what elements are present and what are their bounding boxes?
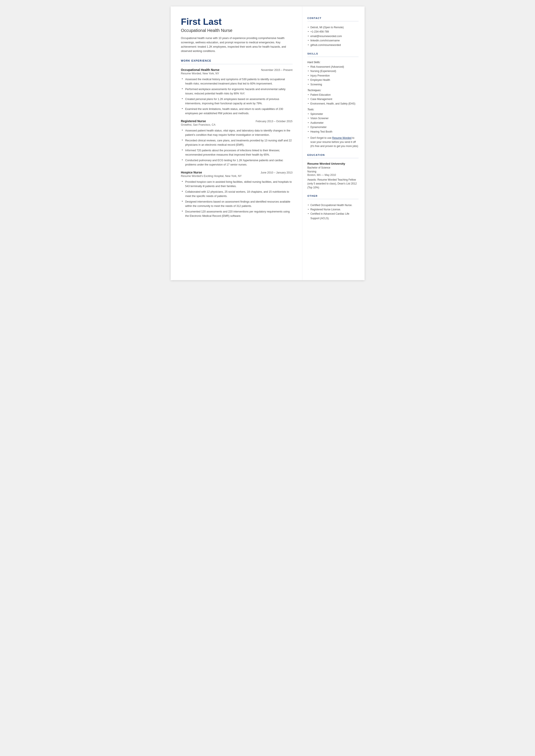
work-divider bbox=[181, 64, 293, 64]
edu-field: Nursing bbox=[307, 170, 358, 174]
list-item: Nursing (Experienced) bbox=[307, 69, 358, 73]
job-1-company: Resume Worded, New York, NY bbox=[181, 72, 293, 75]
list-item: Provided hospice care in assisted living… bbox=[181, 180, 293, 188]
list-item: email@resumeworded.com bbox=[307, 34, 358, 38]
list-item: +1-234-456-789 bbox=[307, 30, 358, 34]
techniques-list: Patient Education Case Management Enviro… bbox=[307, 93, 358, 106]
edu-school: Resume Worded University bbox=[307, 162, 358, 165]
list-item: Patient Education bbox=[307, 93, 358, 97]
list-item: Informed 720 patients about the processe… bbox=[181, 148, 293, 157]
skills-title: SKILLS bbox=[307, 52, 358, 55]
job-3-dates: June 2010 – January 2013 bbox=[261, 171, 293, 174]
tools-list: Spirometer Vision Screener Audiometer Dy… bbox=[307, 112, 358, 134]
list-item: Collaborated with 12 physicians, 25 soci… bbox=[181, 190, 293, 198]
job-1-bullets: Assessed the medical history and symptom… bbox=[181, 77, 293, 116]
other-section: OTHER Certified Occupational Health Nurs… bbox=[307, 195, 358, 221]
other-list: Certified Occupational Health Nurse. Reg… bbox=[307, 203, 358, 221]
work-experience-section: WORK EXPERIENCE Occupational Health Nurs… bbox=[181, 59, 293, 218]
list-item: Recorded clinical reviews, care plans, a… bbox=[181, 138, 293, 147]
job-3-bullets: Provided hospice care in assisted living… bbox=[181, 180, 293, 218]
edu-awards: Awards: Resume Worded Teaching Fellow (o… bbox=[307, 178, 358, 189]
hard-skills-label: Hard Skills: bbox=[307, 61, 358, 64]
job-1-title: Occupational Health Nurse bbox=[181, 68, 219, 71]
contact-list: Detroit, MI (Open to Remote) +1-234-456-… bbox=[307, 25, 358, 47]
list-item: github.com/resumeworded bbox=[307, 43, 358, 47]
job-2-header: Registered Nurse February 2013 – October… bbox=[181, 119, 293, 123]
contact-title: CONTACT bbox=[307, 17, 358, 19]
other-title: OTHER bbox=[307, 195, 358, 197]
job-2-company: Growthsi, San Francisco, CA bbox=[181, 123, 293, 126]
job-2-bullets: Assessed patient health status, vital si… bbox=[181, 128, 293, 167]
skills-note-prefix: Don't forget to use bbox=[310, 136, 332, 139]
list-item: Conducted pulmonary and ECG testing for … bbox=[181, 158, 293, 167]
job-1-header: Occupational Health Nurse November 2015 … bbox=[181, 68, 293, 71]
tools-label: Tools: bbox=[307, 108, 358, 111]
list-item: Registered Nurse License. bbox=[307, 207, 358, 211]
list-item: Risk Assessment (Advanced) bbox=[307, 65, 358, 69]
job-2-title: Registered Nurse bbox=[181, 119, 206, 123]
list-item: Detroit, MI (Open to Remote) bbox=[307, 25, 358, 30]
list-item: Certified in Advanced Cardiac Life Suppo… bbox=[307, 211, 358, 220]
job-3-company: Resume Worded's Exciting Hospital, New Y… bbox=[181, 175, 293, 178]
left-column: First Last Occupational Health Nurse Occ… bbox=[171, 7, 302, 280]
hard-skills-list: Risk Assessment (Advanced) Nursing (Expe… bbox=[307, 65, 358, 87]
job-3: Hospice Nurse June 2010 – January 2013 R… bbox=[181, 171, 293, 218]
contact-section: CONTACT Detroit, MI (Open to Remote) +1-… bbox=[307, 17, 358, 47]
contact-divider bbox=[307, 21, 358, 21]
skills-section: SKILLS Hard Skills: Risk Assessment (Adv… bbox=[307, 52, 358, 149]
list-item: Examined the work limitations, health st… bbox=[181, 107, 293, 116]
job-title: Occupational Health Nurse bbox=[181, 28, 293, 33]
list-item: Documented 120 assessments and 220 inter… bbox=[181, 210, 293, 218]
list-item: Vision Screener bbox=[307, 116, 358, 121]
job-3-title: Hospice Nurse bbox=[181, 171, 202, 174]
list-item: Assessed patient health status, vital si… bbox=[181, 128, 293, 137]
skills-divider bbox=[307, 57, 358, 57]
job-2-dates: February 2013 – October 2015 bbox=[256, 120, 293, 123]
job-2: Registered Nurse February 2013 – October… bbox=[181, 119, 293, 167]
list-item: Designed interventions based on assessme… bbox=[181, 200, 293, 208]
edu-location-date: Boston, MA — May 2010 bbox=[307, 174, 358, 177]
edu-degree: Bachelor of Science bbox=[307, 166, 358, 170]
resume-worded-link[interactable]: Resume Worded bbox=[332, 136, 352, 139]
list-item: Certified Occupational Health Nurse. bbox=[307, 203, 358, 207]
list-item: Spirometer bbox=[307, 112, 358, 116]
list-item: Dynamometer bbox=[307, 125, 358, 129]
summary: Occupational health nurse with 10 years … bbox=[181, 36, 293, 53]
list-item: Audiometer bbox=[307, 121, 358, 125]
list-item: Case Management bbox=[307, 97, 358, 101]
skills-note: Don't forget to use Resume Worded to sca… bbox=[307, 136, 358, 149]
name: First Last bbox=[181, 17, 293, 27]
work-experience-title: WORK EXPERIENCE bbox=[181, 59, 293, 62]
right-column: CONTACT Detroit, MI (Open to Remote) +1-… bbox=[302, 7, 365, 280]
education-title: EDUCATION bbox=[307, 154, 358, 156]
list-item: Performed workplace assessments for ergo… bbox=[181, 87, 293, 96]
job-1-dates: November 2015 – Present bbox=[261, 69, 293, 71]
education-section: EDUCATION Resume Worded University Bache… bbox=[307, 154, 358, 189]
techniques-label: Techniques: bbox=[307, 89, 358, 92]
list-item: Employee Health bbox=[307, 78, 358, 82]
job-1: Occupational Health Nurse November 2015 … bbox=[181, 68, 293, 116]
list-item: Created personal plans for 1.2K employee… bbox=[181, 97, 293, 106]
list-item: linkedin.com/in/username bbox=[307, 38, 358, 43]
list-item: Injury Prevention bbox=[307, 73, 358, 78]
list-item: Hearing Test Booth bbox=[307, 129, 358, 134]
list-item: Environment, Health, and Safety (EHS) bbox=[307, 101, 358, 106]
list-item: Screening bbox=[307, 82, 358, 87]
list-item: Assessed the medical history and symptom… bbox=[181, 77, 293, 86]
job-3-header: Hospice Nurse June 2010 – January 2013 bbox=[181, 171, 293, 174]
resume-page: First Last Occupational Health Nurse Occ… bbox=[171, 7, 365, 280]
